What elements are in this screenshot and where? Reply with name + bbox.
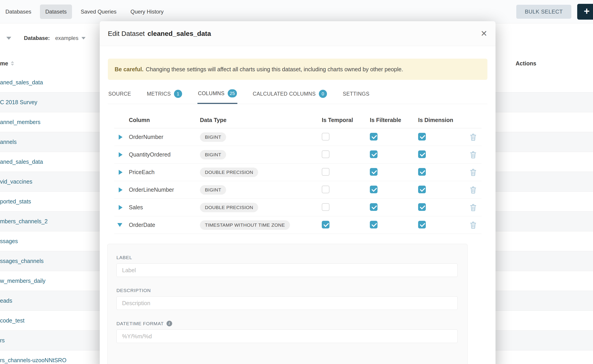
expand-caret-icon[interactable]: [117, 223, 122, 227]
close-modal-button[interactable]: ✕: [481, 30, 488, 38]
database-filter-label: Database:: [24, 35, 50, 41]
actions-column-header: Actions: [516, 60, 536, 67]
description-input[interactable]: [116, 296, 458, 310]
is-filterable-checkbox[interactable]: [370, 133, 377, 141]
modal-tab[interactable]: COLUMNS 25: [198, 87, 237, 104]
expand-caret-icon[interactable]: [119, 205, 123, 210]
database-filter-caret-icon[interactable]: [81, 37, 86, 39]
nav-tab-datasets[interactable]: Datasets: [40, 5, 72, 19]
add-dataset-button[interactable]: +: [577, 4, 593, 20]
dataset-link[interactable]: aned_sales_data: [0, 159, 43, 165]
is-filterable-checkbox[interactable]: [370, 150, 377, 158]
label-input[interactable]: [116, 263, 458, 277]
is-dimension-checkbox[interactable]: [418, 203, 426, 211]
is-filterable-checkbox[interactable]: [370, 203, 377, 211]
dataset-link[interactable]: code_test: [0, 317, 24, 324]
delete-column-button[interactable]: [470, 133, 477, 141]
description-field-label: DESCRIPTION: [116, 288, 457, 293]
nav-tab-saved-queries[interactable]: Saved Queries: [75, 5, 122, 19]
warning-text: Changing these settings will affect all …: [146, 66, 403, 73]
delete-column-button[interactable]: [470, 221, 477, 229]
modal-title: Edit Datasetcleaned_sales_data: [108, 30, 211, 38]
data-type-pill: DOUBLE PRECISION: [200, 168, 258, 177]
expand-caret-icon[interactable]: [119, 135, 123, 140]
column-name: QuantityOrdered: [129, 151, 200, 158]
delete-column-button[interactable]: [470, 204, 477, 211]
is-temporal-checkbox[interactable]: [322, 221, 329, 228]
is-temporal-checkbox[interactable]: [322, 150, 329, 158]
dataset-link[interactable]: ported_stats: [0, 198, 31, 205]
expand-caret-icon[interactable]: [119, 152, 123, 157]
dataset-link[interactable]: ssages_channels: [0, 258, 44, 264]
is-temporal-checkbox[interactable]: [322, 186, 329, 193]
columns-table-header: Column Data Type Is Temporal Is Filterab…: [114, 112, 481, 128]
sort-icon[interactable]: [11, 61, 14, 66]
modal-tab[interactable]: METRICS 1: [146, 87, 183, 104]
is-temporal-checkbox[interactable]: [322, 168, 329, 176]
modal-tab[interactable]: CALCULATED COLUMNS 0: [252, 87, 327, 104]
trash-icon: [470, 221, 477, 229]
modal-tab-label: CALCULATED COLUMNS: [253, 91, 316, 97]
trash-icon: [470, 133, 477, 141]
header-is-dimension: Is Dimension: [418, 117, 465, 123]
datetime-format-field-label: DATETIME FORMAT i: [116, 321, 457, 326]
column-name: PriceEach: [129, 169, 200, 176]
modal-tab-label: COLUMNS: [198, 91, 224, 97]
is-dimension-checkbox[interactable]: [418, 133, 426, 141]
delete-column-button[interactable]: [470, 186, 477, 194]
modal-tab-label: METRICS: [147, 91, 171, 97]
dataset-link[interactable]: annel_members: [0, 119, 40, 125]
is-dimension-checkbox[interactable]: [418, 186, 426, 193]
modal-dataset-name: cleaned_sales_data: [147, 30, 211, 37]
dataset-link[interactable]: mbers_channels_2: [0, 218, 48, 225]
dataset-link[interactable]: rs_channels-uzooNNtSRO: [0, 357, 66, 364]
data-type-pill: BIGINT: [200, 132, 226, 142]
columns-table: Column Data Type Is Temporal Is Filterab…: [114, 112, 481, 234]
dataset-link[interactable]: w_members_daily: [0, 278, 45, 284]
datetime-format-label-text: DATETIME FORMAT: [116, 321, 164, 326]
label-field-label-text: LABEL: [116, 255, 132, 260]
nav-tab-databases[interactable]: Databases: [0, 5, 37, 19]
column-row: OrderDate TIMESTAMP WITHOUT TIME ZONE: [114, 216, 481, 234]
bulk-select-button[interactable]: BULK SELECT: [516, 5, 571, 19]
is-temporal-checkbox[interactable]: [322, 133, 329, 141]
filter-dropdown-caret-icon[interactable]: [6, 37, 11, 40]
expand-caret-icon[interactable]: [119, 170, 123, 175]
name-column-header[interactable]: me: [0, 60, 14, 67]
column-name: OrderLineNumber: [129, 187, 200, 193]
modal-tab[interactable]: SOURCE: [108, 87, 132, 104]
is-filterable-checkbox[interactable]: [370, 221, 377, 228]
column-detail-panel: LABEL DESCRIPTION DATETIME FORMAT i: [107, 244, 468, 364]
is-dimension-checkbox[interactable]: [418, 221, 426, 228]
column-name: Sales: [129, 204, 200, 211]
header-is-temporal: Is Temporal: [322, 117, 370, 123]
database-filter-value[interactable]: examples: [55, 35, 79, 41]
dataset-link[interactable]: ssages: [0, 238, 18, 244]
dataset-link[interactable]: aned_sales_data: [0, 79, 43, 86]
is-dimension-checkbox[interactable]: [418, 168, 426, 176]
is-dimension-checkbox[interactable]: [418, 150, 426, 158]
delete-column-button[interactable]: [470, 169, 477, 176]
dataset-link[interactable]: C 2018 Survey: [0, 99, 37, 105]
is-filterable-checkbox[interactable]: [370, 168, 377, 176]
column-row: Sales DOUBLE PRECISION: [114, 199, 481, 216]
modal-header: Edit Datasetcleaned_sales_data ✕: [100, 21, 495, 46]
dataset-link[interactable]: vid_vaccines: [0, 178, 32, 185]
is-temporal-checkbox[interactable]: [322, 203, 329, 211]
trash-icon: [470, 151, 477, 159]
data-type-pill: TIMESTAMP WITHOUT TIME ZONE: [200, 220, 290, 230]
expand-caret-icon[interactable]: [119, 187, 123, 192]
modal-tab[interactable]: SETTINGS: [342, 87, 370, 104]
dataset-link[interactable]: eads: [0, 298, 12, 304]
tab-count-badge: 25: [228, 89, 237, 98]
is-filterable-checkbox[interactable]: [370, 186, 377, 193]
header-data-type: Data Type: [200, 117, 322, 123]
info-icon[interactable]: i: [166, 321, 172, 326]
dataset-link[interactable]: annels: [0, 139, 17, 145]
delete-column-button[interactable]: [470, 151, 477, 159]
modal-body: Be careful. Changing these settings will…: [100, 59, 495, 364]
datetime-format-input[interactable]: [116, 330, 458, 343]
dataset-link[interactable]: rs: [0, 337, 5, 344]
modal-tab-label: SOURCE: [108, 91, 131, 97]
nav-tab-query-history[interactable]: Query History: [125, 5, 169, 19]
